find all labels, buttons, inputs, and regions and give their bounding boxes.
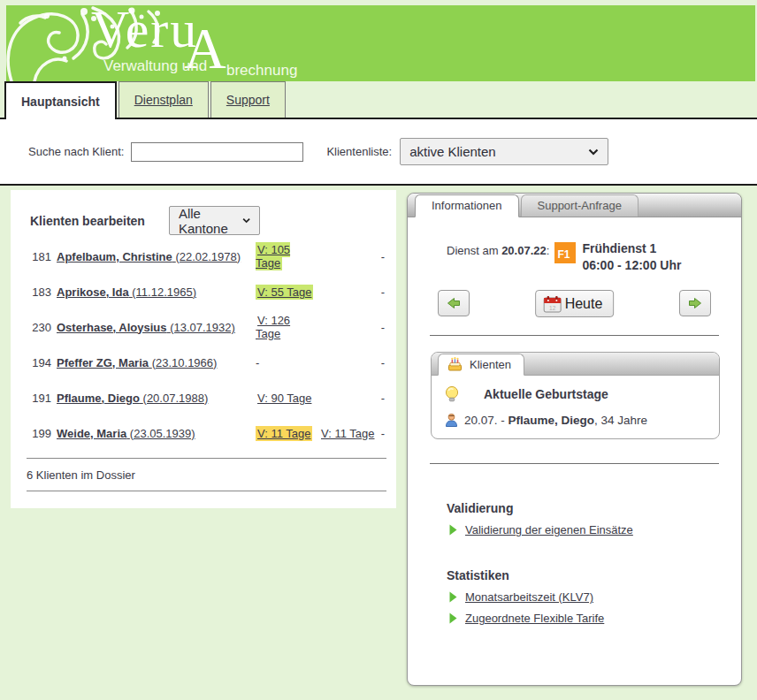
client-id: 199 xyxy=(27,427,57,440)
tab-label: Support-Anfrage xyxy=(538,199,622,212)
tab-klienten[interactable]: Klienten xyxy=(438,354,524,376)
validierung-title: Validierung xyxy=(447,501,741,515)
info-panel: Informationen Support-Anfrage Dienst am … xyxy=(407,193,742,686)
tab-support[interactable]: Support xyxy=(210,81,286,118)
vacation-days-link[interactable]: V: 105 Tage xyxy=(256,242,290,270)
today-label: Heute xyxy=(565,296,603,312)
tab-hauptansicht[interactable]: Hauptansicht xyxy=(4,81,117,119)
vacation-days-empty: - xyxy=(256,356,319,369)
client-birthdate: (11.12.1965) xyxy=(132,285,196,299)
green-arrow-bullet-icon xyxy=(449,612,457,624)
shift-info: Dienst am 20.07.22: F1 Frühdienst 1 06:0… xyxy=(447,240,741,274)
table-row: 199 Weide, Maria (23.05.1939) V: 11 Tage… xyxy=(11,415,396,451)
tab-dienstplan[interactable]: Dienstplan xyxy=(119,81,209,118)
client-name-link[interactable]: Osterhase, Aloysius (13.07.1932) xyxy=(57,321,235,334)
birthday-cake-icon xyxy=(447,357,463,371)
validierung-link[interactable]: Validierung der eigenen Einsätze xyxy=(465,523,633,536)
client-name-link[interactable]: Apfelbaum, Christine (22.02.1978) xyxy=(57,250,241,263)
clients-panel: Klienten bearbeiten Alle Kantone 181 Apf… xyxy=(11,190,396,508)
client-search-input[interactable] xyxy=(131,142,303,162)
kantone-select[interactable]: Alle Kantone xyxy=(169,206,260,235)
client-birthdate: (20.07.1988) xyxy=(143,392,209,405)
client-id: 194 xyxy=(27,356,57,369)
vacation-days-link[interactable]: V: 90 Tage xyxy=(256,391,313,406)
tab-label: Support xyxy=(226,93,270,107)
next-day-button[interactable] xyxy=(679,290,711,316)
client-id: 183 xyxy=(27,285,57,299)
vacation-days-link[interactable]: V: 11 Tage xyxy=(256,426,312,441)
statistiken-section: Statistiken Monatsarbeitszeit (KLV7) Zug… xyxy=(447,568,741,625)
green-arrow-bullet-icon xyxy=(449,524,457,536)
info-tabbar: Informationen Support-Anfrage xyxy=(408,194,741,217)
tab-label: Informationen xyxy=(432,199,502,212)
row-dash: - xyxy=(379,356,385,369)
arrow-left-icon xyxy=(447,297,461,309)
vacation-days-link[interactable]: V: 126 Tage xyxy=(256,313,290,341)
client-name-link[interactable]: Pflaume, Diego (20.07.1988) xyxy=(57,392,208,405)
row-dash: - xyxy=(379,427,385,440)
svg-text:12: 12 xyxy=(549,304,556,310)
calendar-icon: 12 xyxy=(543,295,562,313)
logo-tagline-left: Verwaltung und xyxy=(103,57,207,75)
lightbulb-icon xyxy=(444,385,460,403)
row-dash: - xyxy=(379,321,385,334)
row-dash: - xyxy=(379,392,385,405)
logo-tagline-right: brechnung xyxy=(226,62,297,80)
search-label: Suche nach Klient: xyxy=(28,145,124,158)
birthday-header: Aktuelle Geburtstage xyxy=(484,387,608,401)
shift-name: Frühdienst 1 xyxy=(582,241,656,255)
date-navigation: 12 Heute xyxy=(438,290,711,317)
divider xyxy=(430,335,719,336)
client-birthdate: (13.07.1932) xyxy=(170,321,235,334)
birthday-entry: 20.07. - Pflaume, Diego, 34 Jahre xyxy=(444,413,708,427)
chevron-down-icon xyxy=(588,148,599,156)
monatsarbeitszeit-link[interactable]: Monatsarbeitszeit (KLV7) xyxy=(465,590,593,604)
selected-option: Alle Kantone xyxy=(179,206,242,236)
table-row: 194 Pfeffer ZG, Maria (23.10.1966) - - xyxy=(11,345,396,380)
tab-label: Klienten xyxy=(470,358,511,371)
vacation-days-link[interactable]: V: 55 Tage xyxy=(256,285,313,300)
clients-panel-title: Klienten bearbeiten xyxy=(30,214,145,228)
app-header: Veru A Verwaltung und brechnung xyxy=(6,5,755,81)
today-button[interactable]: 12 Heute xyxy=(535,290,615,317)
klienten-box: Klienten Aktuelle Geburtstage xyxy=(431,352,720,439)
table-row: 181 Apfelbaum, Christine (22.02.1978) V:… xyxy=(11,239,396,274)
chevron-down-icon xyxy=(242,217,250,224)
shift-details: Frühdienst 1 06:00 - 12:00 Uhr xyxy=(582,240,681,274)
shift-badge: F1 xyxy=(554,242,576,263)
search-section: Suche nach Klient: Klientenliste: aktive… xyxy=(0,119,757,186)
tab-label: Dienstplan xyxy=(134,93,193,107)
client-name-link[interactable]: Aprikose, Ida (11.12.1965) xyxy=(57,285,196,299)
client-name-link[interactable]: Pfeffer ZG, Maria (23.10.1966) xyxy=(57,356,217,369)
client-id: 181 xyxy=(27,250,57,263)
flexible-tarife-link[interactable]: Zugeordnete Flexible Tarife xyxy=(465,612,604,625)
row-dash: - xyxy=(379,285,385,299)
person-icon xyxy=(444,413,459,427)
klienten-box-content: Aktuelle Geburtstage 20.07. - Pflaume, D… xyxy=(432,376,719,438)
client-birthdate: (23.05.1939) xyxy=(130,427,195,440)
client-list: 181 Apfelbaum, Christine (22.02.1978) V:… xyxy=(11,239,396,451)
klientenliste-select[interactable]: aktive Klienten xyxy=(400,138,608,165)
klientenliste-label: Klientenliste: xyxy=(326,145,392,158)
client-id: 191 xyxy=(27,392,57,405)
tab-informationen[interactable]: Informationen xyxy=(415,194,519,217)
table-row: 230 Osterhase, Aloysius (13.07.1932) V: … xyxy=(11,309,396,345)
tab-support-anfrage[interactable]: Support-Anfrage xyxy=(521,194,638,217)
table-row: 183 Aprikose, Ida (11.12.1965) V: 55 Tag… xyxy=(11,274,396,309)
tab-label: Hauptansicht xyxy=(21,95,100,109)
shift-time: 06:00 - 12:00 Uhr xyxy=(582,258,681,272)
green-arrow-bullet-icon xyxy=(449,591,457,603)
main-area: Klienten bearbeiten Alle Kantone 181 Apf… xyxy=(0,186,757,700)
previous-day-button[interactable] xyxy=(438,290,470,316)
selected-option: aktive Klienten xyxy=(409,144,496,159)
table-row: 191 Pflaume, Diego (20.07.1988) V: 90 Ta… xyxy=(11,380,396,415)
logo-text: Veru xyxy=(91,5,198,58)
birthday-person-name: Pflaume, Diego xyxy=(508,414,595,427)
divider xyxy=(430,463,719,464)
validierung-section: Validierung Validierung der eigenen Eins… xyxy=(447,501,741,536)
shift-date: 20.07.22 xyxy=(501,244,547,257)
vacation-days-2-link[interactable]: V: 11 Tage xyxy=(319,426,376,441)
client-name-link[interactable]: Weide, Maria (23.05.1939) xyxy=(57,427,195,440)
client-birthdate: (23.10.1966) xyxy=(152,356,218,369)
statistiken-title: Statistiken xyxy=(447,568,741,582)
